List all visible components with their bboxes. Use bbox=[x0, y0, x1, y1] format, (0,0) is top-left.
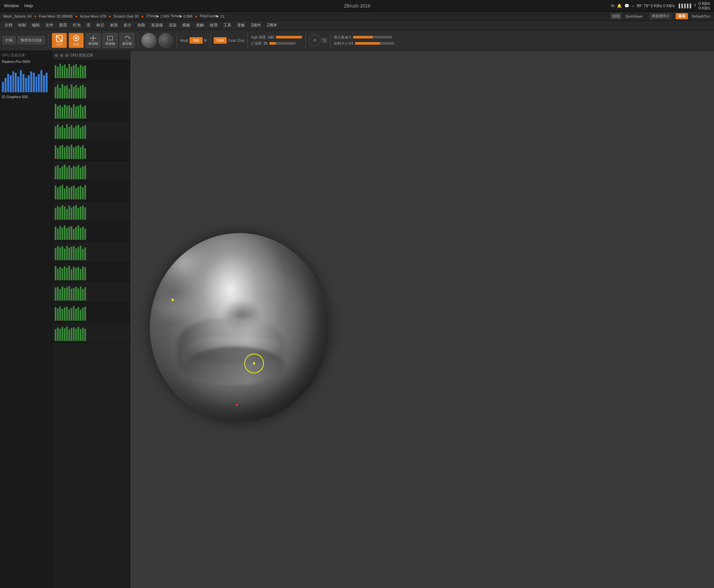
zadd-toggle[interactable]: Zadd bbox=[214, 37, 227, 44]
svg-rect-108 bbox=[78, 187, 79, 200]
svg-rect-11 bbox=[55, 65, 56, 78]
gpu-bar bbox=[2, 82, 4, 92]
svg-rect-123 bbox=[78, 208, 79, 220]
music-icon[interactable]: ♪ bbox=[632, 4, 634, 8]
svg-rect-210 bbox=[78, 327, 79, 341]
menu-edit[interactable]: 编辑 bbox=[29, 22, 42, 29]
s-icon[interactable]: S bbox=[322, 38, 327, 43]
svg-rect-60 bbox=[66, 124, 68, 139]
svg-rect-89 bbox=[66, 167, 68, 179]
svg-rect-48 bbox=[73, 104, 74, 119]
menu-material[interactable]: 材质 bbox=[108, 22, 121, 29]
rgb-intensity-slider[interactable] bbox=[276, 36, 302, 39]
menu-movie[interactable]: 影片 bbox=[121, 22, 134, 29]
menu-doc[interactable]: 文档 bbox=[2, 22, 15, 29]
menu-picker[interactable]: 拾取 bbox=[135, 22, 148, 29]
viewport-3d[interactable] bbox=[130, 51, 714, 588]
draw-label: 绘制 bbox=[73, 42, 80, 47]
menu-zscript[interactable]: Z脚本 bbox=[264, 22, 280, 29]
svg-rect-197 bbox=[82, 308, 84, 321]
move-button[interactable]: M 移动轴 bbox=[86, 33, 101, 48]
menu-template[interactable]: 模板 bbox=[180, 22, 193, 29]
menu-file[interactable]: 文件 bbox=[43, 22, 56, 29]
menu-zplugin[interactable]: Z插件 bbox=[248, 22, 263, 29]
svg-rect-109 bbox=[80, 186, 82, 200]
sphere-flat-icon[interactable] bbox=[158, 33, 173, 48]
wechat-icon[interactable]: 💬 bbox=[624, 4, 629, 8]
canvas-area[interactable] bbox=[130, 51, 714, 588]
sphere-3d-icon[interactable] bbox=[142, 33, 156, 48]
menu-macro[interactable]: 宏 bbox=[84, 22, 93, 29]
svg-rect-148 bbox=[68, 248, 70, 260]
svg-rect-56 bbox=[57, 125, 59, 139]
svg-rect-192 bbox=[71, 308, 72, 321]
svg-rect-35 bbox=[75, 85, 77, 99]
notification-icon[interactable]: ✉ bbox=[611, 4, 614, 8]
svg-rect-116 bbox=[62, 205, 63, 220]
menu-tool[interactable]: 工具 bbox=[221, 22, 234, 29]
scale-button[interactable]: S 缩放轴 bbox=[103, 33, 117, 48]
menu-button[interactable]: 菜单 bbox=[675, 13, 688, 19]
svg-rect-213 bbox=[84, 329, 86, 341]
svg-rect-63 bbox=[73, 128, 74, 139]
symmetry-icon[interactable]: ⟲ bbox=[309, 35, 321, 46]
cpu-mini-chart-9 bbox=[54, 224, 87, 240]
help-menu[interactable]: Help bbox=[24, 3, 33, 8]
menu-layer[interactable]: 图层 bbox=[57, 22, 70, 29]
svg-rect-96 bbox=[82, 166, 84, 179]
rgb-toggle[interactable]: Rgb bbox=[190, 37, 202, 44]
menu-transform[interactable]: 变换 bbox=[235, 22, 247, 29]
window-minimize-dot[interactable] bbox=[60, 54, 63, 57]
svg-rect-33 bbox=[71, 84, 72, 99]
svg-rect-36 bbox=[78, 88, 79, 99]
z-intensity-slider[interactable] bbox=[269, 42, 296, 45]
svg-rect-133 bbox=[68, 227, 70, 240]
polycount-label: PolyCount▶ bbox=[200, 14, 219, 18]
draw-button[interactable]: 绘制 bbox=[69, 33, 84, 48]
title-bar: Window Help ZBrush 2019 ✉ 🔔 💬 ♪ 99° 79° … bbox=[0, 0, 714, 12]
window-menu[interactable]: Window bbox=[4, 3, 19, 8]
lightbox-button[interactable]: 灯箱 bbox=[3, 36, 16, 44]
svg-rect-121 bbox=[73, 206, 74, 220]
menu-render[interactable]: 渲染 bbox=[166, 22, 179, 29]
svg-rect-205 bbox=[66, 327, 68, 341]
divider3 bbox=[176, 33, 177, 48]
svg-rect-90 bbox=[68, 166, 70, 179]
menu-stroke[interactable]: 笔触 bbox=[194, 22, 207, 29]
cpu-row bbox=[52, 202, 130, 222]
svg-rect-67 bbox=[82, 126, 84, 139]
svg-rect-31 bbox=[66, 85, 68, 99]
svg-rect-105 bbox=[71, 186, 72, 200]
focal-shift-slider[interactable] bbox=[353, 36, 392, 39]
preview-button[interactable]: 预览布尔渲染 bbox=[18, 36, 45, 44]
auto-button[interactable]: 自动 bbox=[610, 13, 622, 19]
svg-rect-174 bbox=[62, 287, 63, 300]
svg-rect-122 bbox=[75, 205, 77, 220]
edit-button[interactable]: Edit bbox=[52, 33, 67, 48]
cpu-row bbox=[52, 60, 130, 80]
transparency-control[interactable]: 界面透明 0 bbox=[649, 13, 672, 19]
cpu-mini-chart-13 bbox=[54, 304, 87, 321]
svg-rect-73 bbox=[64, 147, 65, 159]
svg-rect-206 bbox=[68, 330, 70, 341]
menu-marker[interactable]: 标记 bbox=[94, 22, 107, 29]
scratch-disk-value: 92 bbox=[135, 14, 139, 18]
menu-preferences[interactable]: 首选项 bbox=[149, 22, 166, 29]
rotate-button[interactable]: R 旋转轴 bbox=[120, 33, 134, 48]
quicksave-button[interactable]: QuickSave bbox=[625, 14, 643, 18]
scratch-disk-label: Scratch Disk bbox=[113, 14, 133, 18]
svg-rect-95 bbox=[80, 168, 82, 179]
menu-texture[interactable]: 纹理 bbox=[207, 22, 220, 29]
defaultzscr-button[interactable]: DefaultZScr bbox=[692, 14, 711, 18]
active-mem-value: 678 bbox=[100, 14, 106, 18]
window-close-dot[interactable] bbox=[55, 54, 58, 57]
menu-light[interactable]: 灯光 bbox=[70, 22, 83, 29]
cpu-mini-chart-3 bbox=[54, 102, 87, 119]
window-maximize-dot[interactable] bbox=[65, 54, 68, 57]
svg-rect-182 bbox=[80, 287, 82, 300]
draw-size-slider[interactable] bbox=[355, 42, 394, 45]
rgb-intensity-row: Rgb 强度 100 bbox=[251, 35, 302, 40]
bell-icon[interactable]: 🔔 bbox=[617, 4, 622, 8]
menu-draw[interactable]: 绘制 bbox=[16, 22, 29, 29]
svg-rect-194 bbox=[75, 309, 77, 321]
